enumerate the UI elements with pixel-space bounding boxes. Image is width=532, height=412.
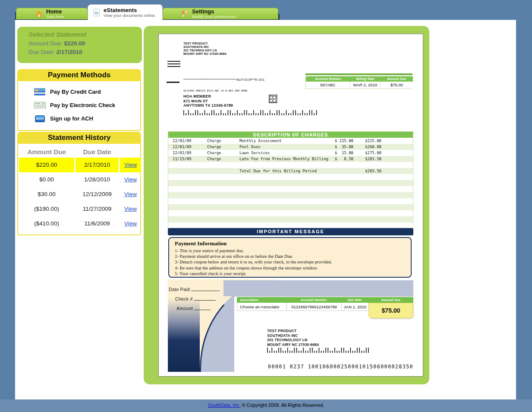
settings-icon — [182, 10, 188, 17]
tab-settings[interactable]: Settings Modify your preferences. — [163, 8, 278, 19]
datamatrix-barcode — [269, 95, 277, 105]
charge-type: Charge — [207, 138, 239, 144]
payment-information-box: Payment Information 1- This is your noti… — [168, 237, 412, 278]
account-table-top-bar — [305, 73, 412, 75]
history-row-selected: $220.00 2/17/2010 View — [19, 158, 139, 172]
check-number-label: Check # — [175, 296, 193, 301]
date-paid-label: Date Paid — [169, 287, 190, 292]
tab-home-sub: Start here. — [46, 14, 65, 19]
account-number-value: 567ABC — [306, 82, 350, 89]
charge-row: 12/01/09ChargePool Dues$ 35.00$260.00 — [168, 144, 413, 150]
coupon-amount-due: $75.00 — [368, 303, 413, 318]
tab-home[interactable]: Home Start here. — [16, 8, 88, 19]
document-icon — [93, 9, 100, 16]
payment-info-line: 5- Your cancelled check is your receipt. — [175, 271, 411, 276]
charge-amount: $ 15.00 — [333, 150, 353, 156]
tab-estatements[interactable]: eStatements View your documents online. — [88, 4, 163, 20]
history-amount: $30.00 — [19, 187, 74, 202]
charge-row: 11/15/09ChargeLate Fee from Previous Mon… — [168, 156, 413, 162]
stub-check-number: Check # — [175, 296, 216, 301]
charge-balance: $260.00 — [353, 144, 381, 150]
history-col-spacer — [120, 146, 141, 158]
autocr-line: ************************************AUTO… — [183, 78, 264, 82]
history-amount: $220.00 — [19, 158, 74, 172]
remit-address: TEST PRODUCT SOUTHDATA INC 201 TECHNOLOG… — [267, 329, 319, 347]
view-link[interactable]: View — [124, 191, 137, 197]
view-link[interactable]: View — [124, 220, 137, 227]
charge-balance: $275.00 — [353, 150, 381, 156]
charges-total-value: $283.50 — [353, 168, 381, 174]
amount-due-value: $220.00 — [64, 40, 85, 47]
tab-settings-text: Settings Modify your preferences. — [192, 9, 237, 19]
payment-info-line: 3- Detach coupon below and return it to … — [175, 259, 411, 265]
charges-empty-row — [168, 180, 413, 186]
view-link[interactable]: View — [124, 206, 137, 212]
coupon-table-header: Association Account Number Due Date Amou… — [237, 297, 413, 303]
postnet-barcode — [267, 348, 371, 353]
registration-mark — [167, 61, 180, 62]
charge-desc: Lawn Services — [239, 150, 333, 156]
southdata-link[interactable]: SouthData, Inc. — [208, 402, 241, 408]
tab-settings-label: Settings — [192, 9, 237, 14]
payment-methods-title: Payment Methods — [17, 69, 141, 81]
registration-mark — [167, 66, 180, 67]
tab-home-text: Home Start here. — [46, 9, 65, 19]
tab-estatements-label: eStatements — [104, 7, 156, 13]
charge-type: Charge — [207, 156, 239, 162]
statement-history-body: Amount Due Due Date $220.00 2/17/2010 Vi… — [17, 144, 141, 235]
tab-estatements-sub: View your documents online. — [104, 13, 156, 18]
due-date-label: Due Date: — [28, 49, 55, 55]
history-col-due-date: Due Date — [76, 146, 119, 158]
account-summary-table: Account Number Billing Date Amount Due 5… — [305, 76, 412, 89]
charge-row: 12/01/09ChargeLawn Services$ 15.00$275.0… — [168, 150, 413, 156]
ach-badge-text: ACH — [35, 115, 45, 122]
charges-empty-row — [168, 198, 413, 204]
footer: SouthData, Inc. © Copyright 2009. All Ri… — [0, 399, 532, 412]
charge-type: Charge — [207, 144, 239, 150]
pay-by-credit-card-button[interactable]: Pay By Credit Card — [18, 85, 140, 98]
statement-history-panel: Statement History Amount Due Due Date $2… — [17, 132, 141, 235]
postnet-barcode — [183, 110, 319, 115]
charge-desc: Pool Dues — [239, 144, 333, 150]
col-account-number: Account Number — [286, 297, 341, 303]
view-link[interactable]: View — [124, 176, 137, 183]
charges-title: DESCRIPTION OF CHARGES — [168, 132, 413, 138]
charge-type: Charge — [207, 150, 239, 156]
pay-credit-card-label: Pay By Credit Card — [50, 89, 101, 95]
stub-date-paid: Date Paid — [169, 287, 220, 292]
payment-info-line: 1- This is your notice of payment due. — [175, 248, 411, 254]
payment-methods-panel: Payment Methods Pay By Credit Card Pay b… — [17, 69, 141, 131]
payment-info-line: 4- Be sure that the address on the coupo… — [175, 265, 411, 271]
charge-desc: Late Fee from Previous Monthly Billing — [239, 156, 333, 162]
col-association: Association — [237, 297, 286, 303]
coupon-table-values: Choose an Associatio 0123456789012345678… — [237, 303, 413, 311]
stub-amount: Amount — [176, 306, 211, 311]
statement-page: TEST PRODUCT SOUTHDATA INC 201 TECHNOLOG… — [158, 34, 423, 377]
important-message-bar: IMPORTANT MESSAGE — [168, 228, 413, 235]
stub-gradient-stripe — [168, 279, 200, 372]
charge-amount: $ 225.00 — [333, 138, 353, 144]
content-area: Selected Statement Amount Due: $220.00 D… — [15, 20, 516, 399]
copyright-text: © Copyright 2009. All Rights Reserved. — [242, 402, 324, 408]
charge-date: 12/01/09 — [168, 150, 207, 156]
charges-table: DESCRIPTION OF CHARGES 12/01/09ChargeMon… — [168, 131, 413, 229]
statement-history-title: Statement History — [17, 132, 141, 144]
charges-total-label: Total Due for this Billing Period — [239, 168, 333, 174]
charges-empty-row — [168, 204, 413, 210]
charges-total-row: Total Due for this Billing Period$283.50 — [168, 168, 413, 174]
payment-methods-body: Pay By Credit Card Pay by Electronic Che… — [17, 81, 141, 131]
charges-empty-row — [168, 162, 413, 168]
sign-up-for-ach-button[interactable]: ACH Sign up for ACH — [18, 112, 140, 125]
tab-settings-sub: Modify your preferences. — [192, 14, 237, 19]
registration-mark — [167, 63, 180, 64]
view-link[interactable]: View — [124, 162, 137, 168]
history-date: 12/12/2009 — [76, 187, 119, 202]
charge-desc: Monthly Assessment — [239, 138, 333, 144]
col-billing-date: Billing Date — [350, 76, 381, 82]
charge-date: 11/15/09 — [168, 156, 207, 162]
tab-home-label: Home — [46, 9, 65, 14]
pay-by-electronic-check-button[interactable]: Pay by Electronic Check — [18, 98, 140, 112]
amount-due-value: $75.00 — [381, 82, 413, 89]
selected-statement-title: Selected Statement — [28, 31, 142, 38]
pay-electronic-check-label: Pay by Electronic Check — [50, 102, 115, 108]
